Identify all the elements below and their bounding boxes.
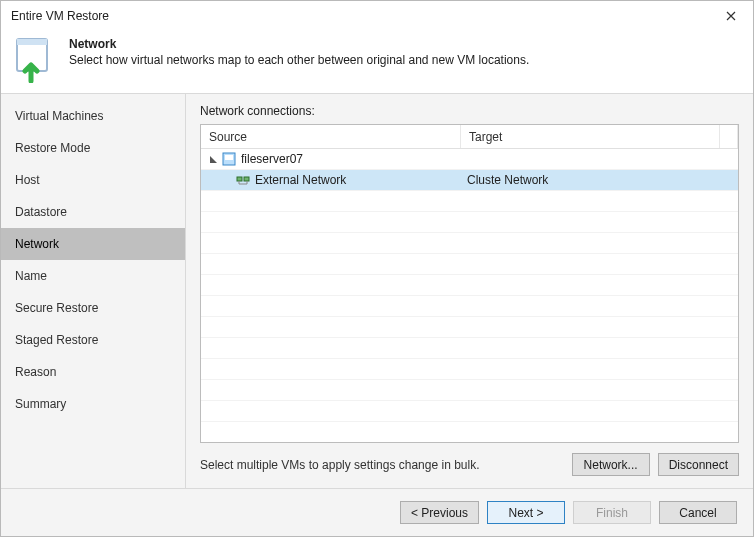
table-row[interactable]: External Network Cluste Network [201, 170, 738, 191]
cell-source: External Network [201, 172, 461, 188]
sidebar-item-reason[interactable]: Reason [1, 356, 185, 388]
svg-rect-5 [244, 177, 249, 181]
network-page-icon [11, 35, 59, 83]
sidebar-item-label: Datastore [15, 205, 67, 219]
vm-name: fileserver07 [241, 152, 303, 166]
sidebar-item-label: Secure Restore [15, 301, 98, 315]
network-connections-grid: Source Target fileserver07 [200, 124, 739, 443]
section-label: Network connections: [200, 104, 739, 118]
wizard-header-text: Network Select how virtual networks map … [69, 35, 529, 67]
disconnect-button[interactable]: Disconnect [658, 453, 739, 476]
sidebar-item-network[interactable]: Network [1, 228, 185, 260]
tree-collapse-icon[interactable] [207, 153, 219, 165]
sidebar-item-label: Network [15, 237, 59, 251]
finish-button: Finish [573, 501, 651, 524]
sidebar-item-host[interactable]: Host [1, 164, 185, 196]
target-network-name: Cluste Network [467, 173, 548, 187]
sidebar-item-staged-restore[interactable]: Staged Restore [1, 324, 185, 356]
table-row[interactable]: fileserver07 [201, 149, 738, 170]
sidebar-item-virtual-machines[interactable]: Virtual Machines [1, 100, 185, 132]
source-network-name: External Network [255, 173, 346, 187]
close-icon[interactable] [717, 6, 745, 26]
wizard-footer: < Previous Next > Finish Cancel [1, 488, 753, 536]
column-header-spacer [720, 125, 738, 148]
sidebar-item-label: Virtual Machines [15, 109, 104, 123]
grid-header: Source Target [201, 125, 738, 149]
sidebar-item-label: Reason [15, 365, 56, 379]
sidebar-item-label: Staged Restore [15, 333, 98, 347]
cell-source: fileserver07 [201, 151, 461, 167]
column-header-target[interactable]: Target [461, 125, 720, 148]
window-title: Entire VM Restore [11, 9, 717, 23]
svg-rect-1 [17, 39, 47, 45]
sidebar-item-label: Host [15, 173, 40, 187]
bulk-hint: Select multiple VMs to apply settings ch… [200, 458, 564, 472]
sidebar-item-datastore[interactable]: Datastore [1, 196, 185, 228]
sidebar-item-label: Restore Mode [15, 141, 90, 155]
wizard-main: Network connections: Source Target [186, 94, 753, 488]
wizard-sidebar: Virtual Machines Restore Mode Host Datas… [1, 94, 186, 488]
grid-body[interactable]: fileserver07 External Network [201, 149, 738, 442]
next-button[interactable]: Next > [487, 501, 565, 524]
dialog-window: Entire VM Restore Network Select how vir… [0, 0, 754, 537]
network-icon [235, 172, 251, 188]
svg-rect-4 [237, 177, 242, 181]
column-header-source[interactable]: Source [201, 125, 461, 148]
cancel-button[interactable]: Cancel [659, 501, 737, 524]
sidebar-item-secure-restore[interactable]: Secure Restore [1, 292, 185, 324]
page-subtitle: Select how virtual networks map to each … [69, 53, 529, 67]
wizard-header: Network Select how virtual networks map … [1, 31, 753, 93]
vm-icon [221, 151, 237, 167]
sidebar-item-restore-mode[interactable]: Restore Mode [1, 132, 185, 164]
grid-actions: Select multiple VMs to apply settings ch… [200, 453, 739, 476]
wizard-body: Virtual Machines Restore Mode Host Datas… [1, 93, 753, 488]
page-title: Network [69, 35, 529, 51]
previous-button[interactable]: < Previous [400, 501, 479, 524]
network-button[interactable]: Network... [572, 453, 650, 476]
sidebar-item-label: Summary [15, 397, 66, 411]
sidebar-item-summary[interactable]: Summary [1, 388, 185, 420]
svg-rect-3 [225, 155, 233, 160]
sidebar-item-name[interactable]: Name [1, 260, 185, 292]
cell-target: Cluste Network [461, 173, 720, 187]
titlebar: Entire VM Restore [1, 1, 753, 31]
sidebar-item-label: Name [15, 269, 47, 283]
